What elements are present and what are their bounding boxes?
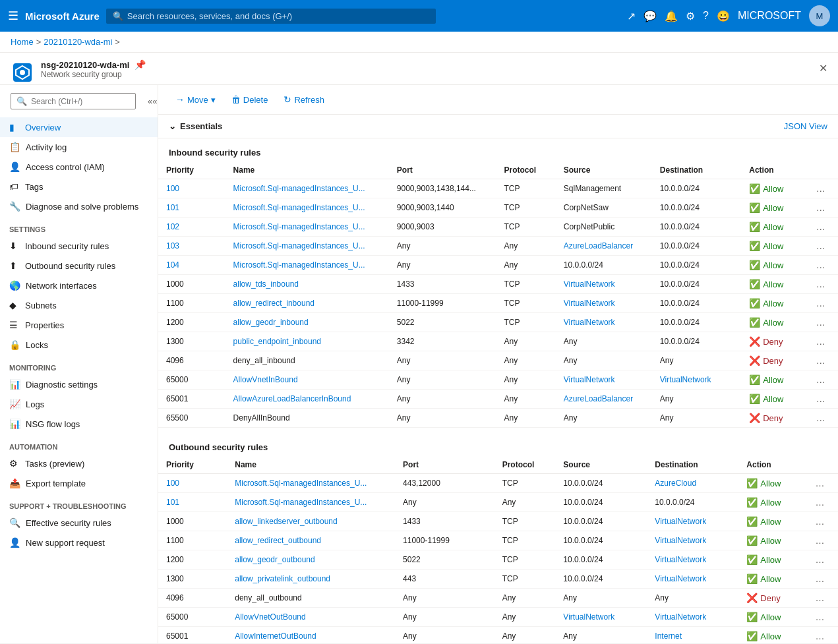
more-button[interactable]: … <box>816 631 825 641</box>
sidebar-item-effective[interactable]: 🔍 Effective security rules <box>0 513 158 533</box>
hamburger-menu[interactable]: ☰ <box>8 9 18 23</box>
more-button[interactable]: … <box>816 317 825 328</box>
sidebar-item-outbound[interactable]: ⬆ Outbound security rules <box>0 256 158 276</box>
cell-more[interactable]: … <box>808 256 838 275</box>
more-button[interactable]: … <box>816 355 825 366</box>
json-view-link[interactable]: JSON View <box>784 121 827 131</box>
sidebar-collapse-btn[interactable]: «« <box>145 94 158 109</box>
cell-more[interactable]: … <box>808 589 838 608</box>
sidebar-item-new-support[interactable]: 👤 New support request <box>0 533 158 552</box>
more-button[interactable]: … <box>816 516 825 527</box>
cell-more[interactable]: … <box>808 218 838 237</box>
cell-more[interactable]: … <box>808 570 838 589</box>
sidebar-item-logs[interactable]: 📈 Logs <box>0 394 158 414</box>
essentials-header[interactable]: ⌄ Essentials JSON View <box>158 115 838 138</box>
cell-more[interactable]: … <box>808 531 838 550</box>
cell-more[interactable]: … <box>808 332 838 351</box>
sidebar-item-overview[interactable]: ▮ Overview <box>0 117 158 137</box>
cell-name[interactable]: allow_geodr_inbound <box>225 313 389 332</box>
cell-name[interactable]: allow_linkedserver_outbound <box>227 512 395 531</box>
cell-name[interactable]: AllowVnetInBound <box>225 370 389 390</box>
feedback-icon[interactable]: 💬 <box>643 10 657 22</box>
sidebar-item-export[interactable]: 📤 Export template <box>0 473 158 493</box>
more-button[interactable]: … <box>816 497 825 508</box>
cell-name[interactable]: Microsoft.Sql-managedInstances_U... <box>227 493 395 512</box>
cell-name[interactable]: DenyAllInBound <box>225 409 389 428</box>
more-button[interactable]: … <box>816 241 825 251</box>
cell-name[interactable]: allow_geodr_outbound <box>227 550 395 570</box>
cell-more[interactable]: … <box>808 627 838 644</box>
cell-name[interactable]: Microsoft.Sql-managedInstances_U... <box>225 198 389 218</box>
cell-more[interactable]: … <box>808 550 838 570</box>
more-button[interactable]: … <box>816 260 825 270</box>
more-button[interactable]: … <box>816 535 825 546</box>
more-button[interactable]: … <box>816 183 825 194</box>
cell-more[interactable]: … <box>808 474 838 493</box>
sidebar-item-diagnose[interactable]: 🔧 Diagnose and solve problems <box>0 196 158 216</box>
cell-name[interactable]: Microsoft.Sql-managedInstances_U... <box>225 218 389 237</box>
sidebar-item-nsg-flow[interactable]: 📊 NSG flow logs <box>0 414 158 434</box>
move-button[interactable]: → Move ▾ <box>169 90 222 109</box>
cell-more[interactable]: … <box>808 198 838 218</box>
more-button[interactable]: … <box>816 554 825 565</box>
cell-name[interactable]: AllowAzureLoadBalancerInBound <box>225 390 389 409</box>
cell-name[interactable]: allow_privatelink_outbound <box>227 570 395 589</box>
cell-name[interactable]: AllowVnetOutBound <box>227 608 395 627</box>
global-search-input[interactable] <box>127 11 429 21</box>
cell-more[interactable]: … <box>808 294 838 313</box>
cell-more[interactable]: … <box>808 237 838 256</box>
cloud-shell-icon[interactable]: ↗︎ <box>627 10 636 22</box>
sidebar-item-inbound[interactable]: ⬇ Inbound security rules <box>0 236 158 256</box>
cell-name[interactable]: deny_all_outbound <box>227 589 395 608</box>
help-icon[interactable]: ? <box>703 10 709 22</box>
cell-more[interactable]: … <box>808 351 838 370</box>
cell-name[interactable]: public_endpoint_inbound <box>225 332 389 351</box>
cell-more[interactable]: … <box>808 179 838 198</box>
cell-name[interactable]: allow_tds_inbound <box>225 275 389 294</box>
cell-more[interactable]: … <box>808 390 838 409</box>
close-icon[interactable]: ✕ <box>819 62 827 74</box>
notifications-icon[interactable]: 🔔 <box>665 10 678 22</box>
more-button[interactable]: … <box>816 612 825 622</box>
more-button[interactable]: … <box>816 573 825 584</box>
sidebar-item-properties[interactable]: ☰ Properties <box>0 315 158 335</box>
sidebar-item-network-interfaces[interactable]: 🌎 Network interfaces <box>0 276 158 295</box>
sidebar-item-locks[interactable]: 🔒 Locks <box>0 335 158 355</box>
more-button[interactable]: … <box>816 413 825 423</box>
sidebar-item-iam[interactable]: 👤 Access control (IAM) <box>0 157 158 177</box>
cell-more[interactable]: … <box>808 275 838 294</box>
more-button[interactable]: … <box>816 298 825 308</box>
sidebar-item-tags[interactable]: 🏷 Tags <box>0 177 158 196</box>
cell-name[interactable]: allow_redirect_outbound <box>227 531 395 550</box>
sidebar-item-diagnostic[interactable]: 📊 Diagnostic settings <box>0 374 158 394</box>
cell-name[interactable]: Microsoft.Sql-managedInstances_U... <box>227 474 395 493</box>
more-button[interactable]: … <box>816 478 825 488</box>
more-button[interactable]: … <box>816 374 825 385</box>
sidebar-item-subnets[interactable]: ◆ Subnets <box>0 295 158 315</box>
more-button[interactable]: … <box>816 336 825 347</box>
more-button[interactable]: … <box>816 279 825 289</box>
cell-more[interactable]: … <box>808 512 838 531</box>
user-avatar[interactable]: M <box>809 5 830 26</box>
sidebar-item-activity-log[interactable]: 📋 Activity log <box>0 137 158 157</box>
cell-name[interactable]: Microsoft.Sql-managedInstances_U... <box>225 256 389 275</box>
pin-icon[interactable]: 📌 <box>135 59 146 70</box>
cell-name[interactable]: Microsoft.Sql-managedInstances_U... <box>225 237 389 256</box>
smiley-icon[interactable]: 😀 <box>717 10 730 22</box>
cell-more[interactable]: … <box>808 313 838 332</box>
cell-name[interactable]: deny_all_inbound <box>225 351 389 370</box>
more-button[interactable]: … <box>816 394 825 404</box>
sidebar-search-input[interactable] <box>31 97 130 106</box>
more-button[interactable]: … <box>816 221 825 232</box>
cell-more[interactable]: … <box>808 370 838 390</box>
cell-more[interactable]: … <box>808 493 838 512</box>
delete-button[interactable]: 🗑 Delete <box>225 90 275 109</box>
cell-name[interactable]: allow_redirect_inbound <box>225 294 389 313</box>
more-button[interactable]: … <box>816 593 825 603</box>
cell-name[interactable]: AllowInternetOutBound <box>227 627 395 644</box>
cell-name[interactable]: Microsoft.Sql-managedInstances_U... <box>225 179 389 198</box>
more-button[interactable]: … <box>816 202 825 213</box>
breadcrumb-home[interactable]: Home <box>11 37 34 47</box>
breadcrumb-rg[interactable]: 20210120-wda-mi <box>44 37 112 47</box>
sidebar-item-tasks[interactable]: ⚙ Tasks (preview) <box>0 454 158 473</box>
